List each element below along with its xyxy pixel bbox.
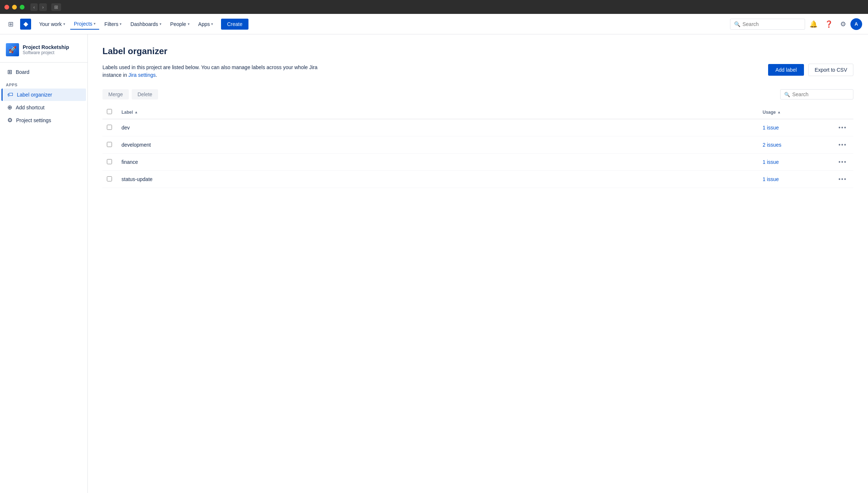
usage-cell: 2 issues	[758, 136, 831, 154]
row-checkbox-cell	[102, 119, 117, 136]
apps-section-label: APPS	[0, 78, 87, 89]
usage-link[interactable]: 2 issues	[763, 142, 781, 148]
usage-cell: 1 issue	[758, 154, 831, 171]
sidebar-item-project-settings[interactable]: ⚙ Project settings	[1, 114, 86, 127]
project-name: Project Rocketship	[23, 44, 69, 50]
usage-cell: 1 issue	[758, 171, 831, 188]
traffic-light-red[interactable]	[4, 5, 9, 10]
jira-logo[interactable]: ◆	[20, 19, 31, 30]
sidebar-item-label-organizer[interactable]: 🏷 Label organizer	[1, 89, 86, 101]
title-bar: ‹ › ⊞	[0, 0, 868, 14]
label-organizer-icon: 🏷	[7, 91, 13, 98]
nav-item-filters[interactable]: Filters ▾	[101, 19, 125, 29]
add-shortcut-icon: ⊕	[7, 104, 12, 111]
top-nav: ⊞ ◆ Your work ▾ Projects ▾ Filters ▾ Das…	[0, 14, 868, 34]
sort-icon: ▲	[134, 110, 138, 114]
table-search-input[interactable]	[792, 91, 847, 97]
usage-link[interactable]: 1 issue	[763, 125, 779, 131]
row-checkbox-cell	[102, 136, 117, 154]
search-input[interactable]	[742, 21, 801, 27]
row-checkbox[interactable]	[107, 159, 112, 164]
table-row: development 2 issues •••	[102, 136, 853, 154]
project-settings-icon: ⚙	[7, 117, 12, 124]
row-checkbox[interactable]	[107, 142, 112, 147]
label-column-header[interactable]: Label ▲	[117, 105, 758, 119]
create-button[interactable]: Create	[221, 19, 248, 30]
table-row: dev 1 issue •••	[102, 119, 853, 136]
sort-icon: ▲	[777, 110, 781, 114]
traffic-light-green[interactable]	[20, 5, 25, 10]
actions-column-header	[831, 105, 853, 119]
actions-cell: •••	[831, 136, 853, 154]
chevron-down-icon: ▾	[188, 22, 190, 26]
page-description-row: Labels used in this project are listed b…	[102, 64, 853, 80]
delete-button[interactable]: Delete	[132, 89, 158, 99]
select-all-header	[102, 105, 117, 119]
settings-button[interactable]: ⚙	[837, 18, 849, 30]
actions-cell: •••	[831, 171, 853, 188]
more-options-button[interactable]: •••	[836, 141, 849, 149]
chevron-down-icon: ▾	[160, 22, 161, 26]
merge-button[interactable]: Merge	[102, 89, 129, 99]
sidebar-item-label: Board	[16, 69, 29, 75]
sidebar: 🚀 Project Rocketship Software project ⊞ …	[0, 34, 88, 493]
label-cell: finance	[117, 154, 758, 171]
row-checkbox[interactable]	[107, 125, 112, 130]
window-button[interactable]: ⊞	[51, 3, 61, 11]
chevron-down-icon: ▾	[120, 22, 121, 26]
nav-item-apps[interactable]: Apps ▾	[195, 19, 217, 29]
more-options-button[interactable]: •••	[836, 158, 849, 166]
nav-item-dashboards[interactable]: Dashboards ▾	[127, 19, 165, 29]
header-actions: Add label Export to CSV	[768, 64, 853, 76]
select-all-checkbox[interactable]	[107, 109, 112, 114]
project-header: 🚀 Project Rocketship Software project	[0, 40, 87, 63]
project-type: Software project	[23, 50, 69, 55]
sidebar-item-label: Label organizer	[17, 92, 52, 98]
chevron-down-icon: ▾	[63, 22, 65, 26]
more-options-button[interactable]: •••	[836, 124, 849, 132]
table-row: status-update 1 issue •••	[102, 171, 853, 188]
nav-item-people[interactable]: People ▾	[167, 19, 193, 29]
actions-row: Merge Delete 🔍	[102, 89, 853, 99]
sidebar-item-label: Project settings	[16, 117, 51, 123]
usage-link[interactable]: 1 issue	[763, 159, 779, 165]
main-content: Label organizer Labels used in this proj…	[88, 34, 868, 493]
board-icon: ⊞	[7, 68, 12, 75]
page-title: Label organizer	[102, 46, 853, 56]
usage-column-header[interactable]: Usage ▲	[758, 105, 831, 119]
forward-button[interactable]: ›	[39, 3, 46, 11]
label-table: Label ▲ Usage ▲ dev	[102, 105, 853, 188]
avatar[interactable]: A	[850, 18, 862, 30]
more-options-button[interactable]: •••	[836, 175, 849, 183]
actions-cell: •••	[831, 154, 853, 171]
search-icon: 🔍	[784, 92, 790, 97]
usage-cell: 1 issue	[758, 119, 831, 136]
export-csv-button[interactable]: Export to CSV	[808, 64, 853, 76]
search-bar[interactable]: 🔍	[730, 19, 805, 30]
chevron-down-icon: ▾	[211, 22, 213, 26]
grid-icon[interactable]: ⊞	[6, 18, 16, 30]
nav-item-your-work[interactable]: Your work ▾	[35, 19, 69, 29]
main-layout: 🚀 Project Rocketship Software project ⊞ …	[0, 34, 868, 493]
actions-cell: •••	[831, 119, 853, 136]
table-row: finance 1 issue •••	[102, 154, 853, 171]
back-button[interactable]: ‹	[30, 3, 38, 11]
add-label-button[interactable]: Add label	[768, 64, 804, 76]
notifications-button[interactable]: 🔔	[807, 18, 820, 30]
traffic-light-yellow[interactable]	[12, 5, 17, 10]
search-icon: 🔍	[734, 21, 740, 27]
help-button[interactable]: ❓	[822, 18, 836, 30]
table-search[interactable]: 🔍	[780, 89, 853, 99]
row-checkbox[interactable]	[107, 176, 112, 181]
sidebar-item-add-shortcut[interactable]: ⊕ Add shortcut	[1, 101, 86, 114]
project-icon: 🚀	[6, 43, 19, 56]
sidebar-item-label: Add shortcut	[16, 105, 45, 110]
usage-link[interactable]: 1 issue	[763, 176, 779, 182]
label-cell: development	[117, 136, 758, 154]
chevron-down-icon: ▾	[94, 22, 96, 26]
nav-item-projects[interactable]: Projects ▾	[70, 19, 100, 30]
sidebar-item-board[interactable]: ⊞ Board	[1, 65, 86, 78]
jira-settings-link[interactable]: Jira settings	[128, 72, 156, 78]
description: Labels used in this project are listed b…	[102, 64, 318, 79]
actions-left: Merge Delete	[102, 89, 158, 99]
